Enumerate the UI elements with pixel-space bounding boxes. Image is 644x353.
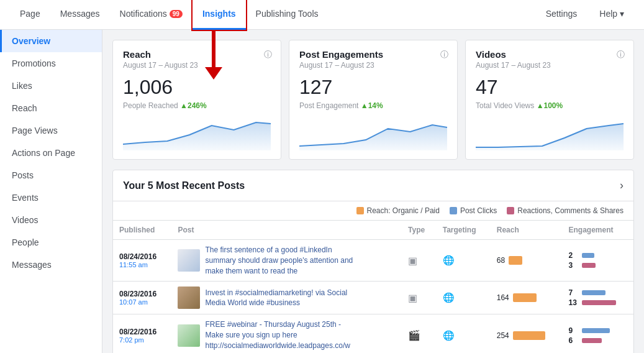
main-content: Reach August 17 – August 23 1,006 People… [102,30,644,353]
stats-row: Reach August 17 – August 23 1,006 People… [112,40,634,160]
tab-page[interactable]: Page [10,0,50,30]
top-nav-right: Settings Help ▾ [536,0,634,30]
globe-icon-1: 🌐 [443,292,455,303]
eng-bar-blue-0 [582,253,594,258]
cell-date-2: 08/22/2016 7:02 pm [113,314,171,353]
engagements-sparkline [299,116,447,150]
tab-help-label: Help ▾ [599,9,624,19]
eng-bar-pink-2 [582,338,602,343]
stat-card-videos: Videos August 17 – August 23 47 Total Vi… [465,40,634,160]
engagements-info-icon[interactable]: ⓘ [440,49,448,60]
eng-top-num-2: 9 [568,326,579,335]
main-layout: Overview Promotions Likes Reach Page Vie… [0,30,644,353]
legend-reach-label: Reach: Organic / Paid [367,206,440,215]
sidebar-item-events[interactable]: Events [0,186,102,209]
sidebar-item-videos[interactable]: Videos [0,209,102,231]
sidebar-item-actions-on-page[interactable]: Actions on Page [0,142,102,164]
reach-date: August 17 – August 23 [123,61,271,70]
post-type-icon-1: ▣ [408,293,417,303]
reach-number-1: 164 [497,293,509,302]
sidebar-overview-label: Overview [12,36,50,46]
sidebar-item-reach[interactable]: Reach [0,97,102,119]
sidebar-item-page-views[interactable]: Page Views [0,119,102,142]
tab-settings-label: Settings [546,9,578,19]
post-type-icon-2: 🎬 [408,330,420,341]
sidebar-posts-label: Posts [12,170,34,180]
cell-engagement-0: 2 3 [562,240,633,282]
sidebar-messages-label: Messages [12,260,52,270]
tab-notifications[interactable]: Notifications 99 [110,0,193,30]
eng-top-num-0: 2 [568,251,579,260]
col-published: Published [113,221,171,240]
engagements-date: August 17 – August 23 [299,61,447,70]
post-text-2[interactable]: FREE #webinar - Thursday August 25th - M… [205,319,360,351]
sidebar-item-people[interactable]: People [0,231,102,254]
cell-reach-1: 164 [491,282,563,314]
cell-post-2: FREE #webinar - Thursday August 25th - M… [171,314,402,353]
col-engagement: Engagement [562,221,633,240]
stat-card-reach: Reach August 17 – August 23 1,006 People… [112,40,281,160]
eng-top-num-1: 7 [568,288,579,297]
tab-insights[interactable]: Insights [193,0,246,30]
sidebar-item-overview[interactable]: Overview [0,30,102,52]
posts-expand-icon[interactable]: › [620,179,624,192]
posts-legend: Reach: Organic / Paid Post Clicks Reacti… [113,201,633,221]
tab-settings[interactable]: Settings [536,0,587,30]
sidebar-pageviews-label: Page Views [12,126,58,135]
engagements-sub: Post Engagement ▲14% [299,101,447,110]
col-reach: Reach [491,221,563,240]
engagements-title: Post Engagements [299,49,447,60]
videos-info-icon[interactable]: ⓘ [617,49,625,60]
tab-page-label: Page [20,9,40,19]
sidebar: Overview Promotions Likes Reach Page Vie… [0,30,102,353]
legend-reactions: Reactions, Comments & Shares [507,206,624,215]
post-text-0[interactable]: The first sentence of a good #LinkedIn s… [205,245,360,276]
reach-sub: People Reached ▲246% [123,101,271,110]
cell-date-1: 08/23/2016 10:07 am [113,282,171,314]
post-text-1[interactable]: Invest in #socialmediamarketing! via Soc… [205,288,360,309]
reach-value: 1,006 [123,76,271,99]
reach-bar-0 [509,256,522,265]
tab-messages[interactable]: Messages [50,0,110,30]
col-type: Type [402,221,437,240]
cell-type-0: ▣ [402,240,437,282]
col-targeting: Targeting [437,221,491,240]
tab-publishing-tools[interactable]: Publishing Tools [246,0,329,30]
cell-type-1: ▣ [402,282,437,314]
posts-section: Your 5 Most Recent Posts › Reach: Organi… [112,170,634,353]
sidebar-likes-label: Likes [12,81,32,91]
sidebar-item-promotions[interactable]: Promotions [0,52,102,75]
legend-clicks: Post Clicks [450,206,497,215]
post-thumbnail-1 [178,287,200,309]
eng-bar-blue-1 [582,290,605,295]
table-row: 08/24/2016 11:55 am The first sentence o… [113,240,633,282]
post-thumbnail-0 [178,249,200,272]
eng-bar-pink-0 [582,263,596,268]
stat-card-engagements: Post Engagements August 17 – August 23 1… [289,40,458,160]
sidebar-events-label: Events [12,193,39,203]
reach-sparkline [123,116,271,150]
sidebar-promotions-label: Promotions [12,58,56,68]
reach-info-icon[interactable]: ⓘ [264,49,272,60]
cell-date-0: 08/24/2016 11:55 am [113,240,171,282]
legend-swatch-reactions [507,207,514,214]
cell-targeting-2: 🌐 [437,314,491,353]
eng-bar-pink-1 [582,300,616,305]
legend-clicks-label: Post Clicks [460,206,497,215]
engagements-value: 127 [299,76,447,99]
legend-reach: Reach: Organic / Paid [356,206,440,215]
cell-reach-2: 254 [491,314,563,353]
table-header-row: Published Post Type Targeting Reach Enga… [113,221,633,240]
globe-icon-0: 🌐 [443,255,455,265]
post-thumbnail-2 [178,324,200,347]
cell-reach-0: 68 [491,240,563,282]
sidebar-item-likes[interactable]: Likes [0,75,102,97]
videos-value: 47 [476,76,624,99]
tab-help[interactable]: Help ▾ [589,0,634,30]
tab-notifications-label: Notifications [120,9,167,19]
posts-section-title: Your 5 Most Recent Posts [123,180,245,191]
sidebar-item-messages[interactable]: Messages [0,254,102,276]
sidebar-reach-label: Reach [12,103,37,113]
sidebar-item-posts[interactable]: Posts [0,164,102,186]
videos-date: August 17 – August 23 [476,61,624,70]
